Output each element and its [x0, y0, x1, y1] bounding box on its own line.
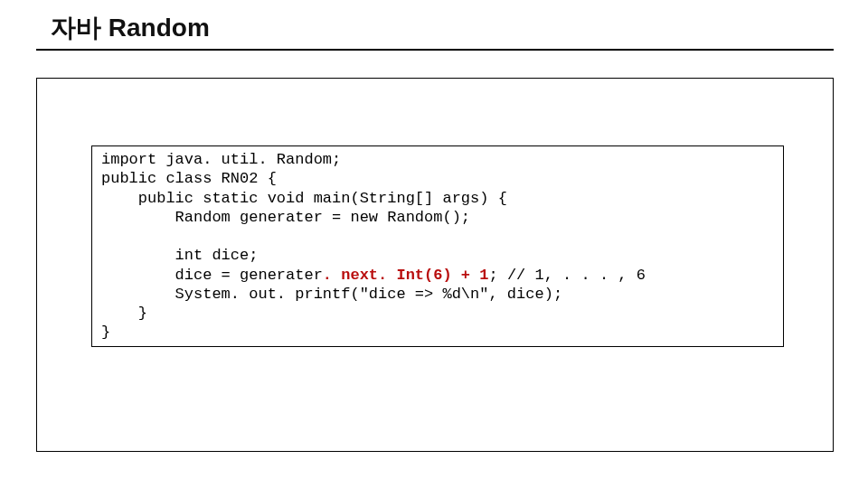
- code-line: int dice;: [101, 247, 258, 264]
- code-line: public static void main(String[] args) {: [101, 190, 507, 207]
- outer-box: import java. util. Random; public class …: [36, 78, 834, 452]
- slide: 자바 Random import java. util. Random; pub…: [0, 0, 868, 488]
- title-underline: [36, 49, 834, 51]
- code-line: }: [101, 305, 147, 322]
- slide-title: 자바 Random: [51, 11, 210, 45]
- code-line: dice = generater: [101, 267, 323, 284]
- code-line: ; // 1, . . . , 6: [488, 267, 645, 284]
- code-line: Random generater = new Random();: [101, 209, 470, 226]
- code-line: import java. util. Random;: [101, 151, 341, 168]
- code-highlight: . next. Int(6) + 1: [323, 267, 489, 284]
- code-line: public class RN02 {: [101, 170, 277, 187]
- code-block: import java. util. Random; public class …: [91, 145, 784, 347]
- code-line: System. out. printf("dice => %d\n", dice…: [101, 286, 562, 303]
- code-line: }: [101, 324, 110, 341]
